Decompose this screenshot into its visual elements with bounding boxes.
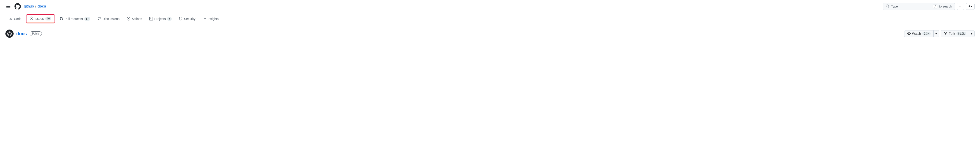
github-logo[interactable] [14,3,21,10]
tab-issues-label: Issues [35,17,44,21]
watch-count: 2.3k [922,32,931,35]
search-bar[interactable]: Type / to search [883,3,955,10]
tab-insights-label: Insights [208,17,219,21]
terminal-icon: >_ [959,5,962,8]
plus-icon: + [969,4,970,8]
issues-icon [30,16,33,21]
fork-count: 61.9k [956,32,966,35]
code-icon: <> [9,18,13,21]
repo-logo [5,29,14,38]
tab-security-label: Security [184,17,196,21]
tab-security[interactable]: Security [175,14,199,24]
terminal-button[interactable]: >_ [957,3,964,10]
fork-button-group: Fork 61.9k ▾ [941,30,975,37]
visibility-badge: Public [30,31,42,36]
tab-pull-requests-label: Pull requests [65,17,83,21]
search-text: Type [891,5,931,8]
header-right: Type / to search >_ + ▾ [883,3,975,10]
projects-badge: 6 [167,17,172,21]
issues-badge: 40 [45,17,51,21]
search-shortcut-badge: / [933,5,937,8]
watch-dropdown-button[interactable]: ▾ [934,30,939,37]
insights-icon [203,17,206,21]
top-header: github / docs Type / to search >_ + ▾ [0,0,980,13]
fork-dropdown-icon: ▾ [971,32,972,35]
fork-label: Fork [949,32,955,35]
hamburger-button[interactable] [5,4,11,9]
watch-icon [907,32,911,36]
tab-code[interactable]: <> Code [5,15,25,24]
tab-issues[interactable]: Issues 40 [27,15,54,23]
fork-dropdown-button[interactable]: ▾ [969,30,975,37]
fork-button[interactable]: Fork 61.9k [941,30,969,37]
projects-icon [150,17,153,21]
header-left: github / docs [5,3,46,10]
search-suffix: to search [939,5,952,8]
owner-link[interactable]: github [24,4,34,8]
new-dropdown-icon: ▾ [971,5,972,8]
search-icon [886,4,889,9]
watch-button[interactable]: Watch 2.3k [904,30,934,37]
actions-icon [127,17,130,21]
watch-dropdown-icon: ▾ [935,32,937,35]
breadcrumb: github / docs [24,4,46,8]
security-icon [179,17,183,21]
tab-code-label: Code [14,17,22,21]
breadcrumb-separator: / [35,4,36,8]
repo-row: docs Public Watch 2.3k ▾ Fork 61.9 [0,25,980,42]
watch-label: Watch [912,32,921,35]
repo-name[interactable]: docs [16,31,27,36]
tab-actions[interactable]: Actions [123,14,146,24]
discussions-icon [97,17,101,21]
repo-link[interactable]: docs [38,4,46,8]
new-button[interactable]: + ▾ [966,3,975,10]
pull-requests-badge: 17 [84,17,90,21]
tab-projects[interactable]: Projects 6 [146,14,175,24]
tab-discussions-label: Discussions [102,17,119,21]
tab-issues-outline: Issues 40 [26,15,55,23]
tab-discussions[interactable]: Discussions [94,14,123,24]
tab-navigation: <> Code Issues 40 Pull requests 17 Discu… [0,13,980,25]
tab-insights[interactable]: Insights [199,14,222,24]
tab-projects-label: Projects [154,17,166,21]
watch-button-group: Watch 2.3k ▾ [904,30,939,37]
tab-actions-label: Actions [132,17,142,21]
repo-actions: Watch 2.3k ▾ Fork 61.9k ▾ [904,30,975,37]
pull-requests-icon [59,17,63,21]
fork-icon [944,32,947,36]
tab-pull-requests[interactable]: Pull requests 17 [56,14,94,24]
tab-issues-container: Issues 40 [25,13,56,25]
